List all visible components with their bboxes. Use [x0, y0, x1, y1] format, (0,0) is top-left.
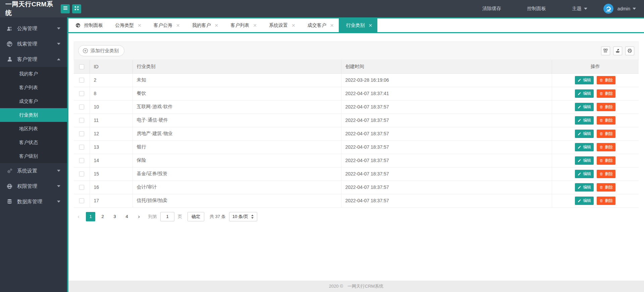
page-number-2[interactable]: 2 — [98, 212, 107, 221]
close-icon[interactable]: ✕ — [214, 23, 218, 28]
row-checkbox[interactable] — [79, 198, 84, 203]
close-icon[interactable]: ✕ — [176, 23, 180, 28]
close-icon[interactable]: ✕ — [138, 23, 142, 28]
main-area: 控制面板公海类型✕客户公海✕我的客户✕客户列表✕系统设置✕成交客户✕行业类别✕ … — [67, 17, 644, 292]
select-all-checkbox[interactable] — [79, 64, 84, 69]
tab-成交客户[interactable]: 成交客户✕ — [301, 18, 339, 32]
edit-button[interactable]: 编辑 — [575, 130, 594, 138]
delete-button[interactable]: 删除 — [597, 183, 615, 192]
sidebar-item-customer[interactable]: 客户管理 — [0, 52, 67, 67]
goto-label: 到第 — [148, 214, 157, 220]
edit-button[interactable]: 编辑 — [575, 103, 594, 111]
row-checkbox[interactable] — [79, 104, 84, 110]
sidebar-item-system[interactable]: 系统设置 — [0, 163, 67, 178]
row-checkbox[interactable] — [79, 131, 84, 136]
cell-created: 2022-03-28 16:19:06 — [341, 73, 552, 87]
delete-button[interactable]: 删除 — [597, 156, 615, 165]
row-checkbox[interactable] — [79, 158, 84, 163]
chevron-up-icon — [57, 58, 60, 60]
table-toolbar: 添加行业类别 — [74, 42, 639, 60]
goto-page-input[interactable] — [160, 212, 174, 221]
page-number-3[interactable]: 3 — [110, 212, 119, 221]
sidebar-toggle-button[interactable] — [61, 4, 70, 13]
edit-button[interactable]: 编辑 — [575, 183, 594, 192]
tab-系统设置[interactable]: 系统设置✕ — [262, 18, 301, 32]
sidebar-item-industry-category[interactable]: 行业类别 — [0, 108, 67, 122]
tab-公海类型[interactable]: 公海类型✕ — [108, 18, 147, 32]
close-icon[interactable]: ✕ — [368, 23, 372, 28]
sidebar-item-public-sea[interactable]: 公海管理 — [0, 21, 67, 36]
row-checkbox[interactable] — [79, 91, 84, 96]
edit-button[interactable]: 编辑 — [575, 143, 594, 151]
page-number-4[interactable]: 4 — [122, 212, 131, 221]
page-size-select[interactable]: 10 条/页 — [229, 212, 258, 221]
export-button[interactable] — [613, 47, 622, 55]
delete-button[interactable]: 删除 — [597, 76, 615, 84]
print-button[interactable] — [625, 47, 634, 55]
page-number-1[interactable]: 1 — [86, 212, 95, 221]
delete-button[interactable]: 删除 — [597, 130, 615, 138]
sidebar-item-customer-status[interactable]: 客户状态 — [0, 136, 67, 149]
trash-icon — [599, 199, 603, 203]
delete-button[interactable]: 删除 — [597, 116, 615, 125]
edit-button[interactable]: 编辑 — [575, 76, 594, 84]
sidebar-item-permission[interactable]: 权限管理 — [0, 178, 67, 194]
cell-created: 2022-04-07 18:37:57 — [341, 114, 552, 127]
clear-cache-link[interactable]: 清除缓存 — [482, 6, 501, 12]
pencil-icon — [578, 78, 581, 82]
add-industry-category-button[interactable]: 添加行业类别 — [78, 45, 124, 56]
sidebar-item-deal-customers[interactable]: 成交客户 — [0, 94, 67, 108]
user-menu[interactable]: admin — [618, 6, 636, 11]
close-icon[interactable]: ✕ — [330, 23, 334, 28]
columns-filter-button[interactable] — [601, 47, 610, 55]
confirm-button[interactable]: 确定 — [187, 212, 204, 221]
row-checkbox[interactable] — [79, 171, 84, 176]
users-icon — [6, 25, 13, 32]
trash-icon — [599, 172, 603, 176]
delete-button[interactable]: 删除 — [597, 103, 615, 111]
row-checkbox[interactable] — [79, 185, 84, 190]
sidebar-item-label: 线索管理 — [17, 41, 37, 47]
edit-button[interactable]: 编辑 — [575, 197, 594, 205]
row-checkbox[interactable] — [79, 78, 84, 83]
sidebar-item-leads[interactable]: 线索管理 — [0, 36, 67, 52]
avatar[interactable] — [603, 4, 613, 14]
sidebar-item-customer-list[interactable]: 客户列表 — [0, 81, 67, 94]
row-checkbox[interactable] — [79, 145, 84, 150]
sidebar-item-customer-level[interactable]: 客户级别 — [0, 149, 67, 163]
theme-dropdown[interactable]: 主题 — [572, 6, 587, 12]
tab-客户公海[interactable]: 客户公海✕ — [147, 18, 185, 32]
delete-button[interactable]: 删除 — [597, 143, 615, 151]
edit-button[interactable]: 编辑 — [575, 156, 594, 165]
cell-id: 14 — [90, 154, 132, 167]
prev-page-button[interactable]: ‹ — [74, 212, 83, 221]
delete-button-label: 删除 — [605, 185, 613, 190]
next-page-button[interactable]: › — [134, 212, 144, 221]
edit-button[interactable]: 编辑 — [575, 170, 594, 178]
cell-created: 2022-04-07 18:37:57 — [341, 140, 552, 154]
cell-actions: 编辑删除 — [552, 127, 639, 140]
sidebar-item-my-customers[interactable]: 我的客户 — [0, 67, 67, 81]
close-icon[interactable]: ✕ — [291, 23, 296, 28]
tab-控制面板[interactable]: 控制面板 — [68, 18, 108, 32]
toolbar-icon-group — [598, 47, 634, 55]
sidebar-item-database[interactable]: 数据库管理 — [0, 194, 67, 209]
row-checkbox-cell — [74, 100, 90, 114]
tab-行业类别[interactable]: 行业类别✕ — [339, 18, 377, 32]
tab-我的客户[interactable]: 我的客户✕ — [185, 18, 223, 32]
clear-cache-label: 清除缓存 — [482, 6, 501, 12]
cell-id: 13 — [90, 140, 132, 154]
delete-button[interactable]: 删除 — [597, 89, 615, 98]
edit-button-label: 编辑 — [583, 131, 591, 137]
edit-button-label: 编辑 — [583, 118, 591, 123]
row-checkbox[interactable] — [79, 118, 84, 123]
edit-button[interactable]: 编辑 — [575, 116, 594, 125]
fullscreen-button[interactable] — [72, 4, 81, 13]
sidebar-item-region-list[interactable]: 地区列表 — [0, 122, 67, 136]
edit-button[interactable]: 编辑 — [575, 89, 594, 98]
control-panel-link[interactable]: 控制面板 — [527, 6, 546, 12]
delete-button[interactable]: 删除 — [597, 197, 615, 205]
delete-button[interactable]: 删除 — [597, 170, 615, 178]
tab-客户列表[interactable]: 客户列表✕ — [223, 18, 262, 32]
close-icon[interactable]: ✕ — [253, 23, 257, 28]
